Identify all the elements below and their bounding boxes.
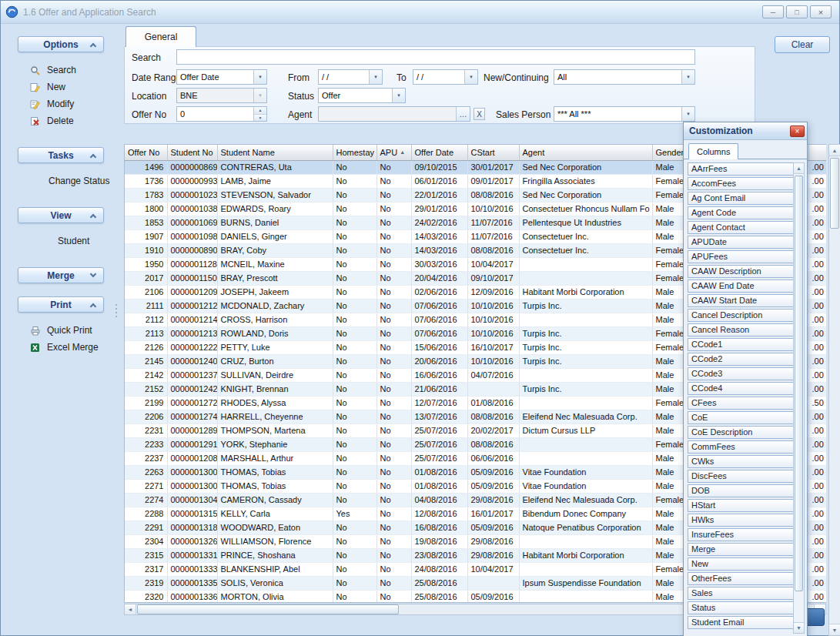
- options-group-header[interactable]: Options: [18, 36, 104, 52]
- chevron-down-icon[interactable]: ▼: [681, 70, 694, 84]
- customization-column-item[interactable]: CCode4: [688, 382, 794, 395]
- customization-column-item[interactable]: Agent Contact: [688, 221, 794, 234]
- chevron-down-icon[interactable]: ▼: [369, 70, 382, 84]
- clear-button[interactable]: Clear: [775, 36, 830, 53]
- customization-scrollbar[interactable]: ▲ ▼: [793, 162, 805, 634]
- sidebar-item-student[interactable]: Student: [7, 233, 116, 249]
- customization-column-item[interactable]: Student Email: [688, 616, 794, 629]
- grid-cell: 16/06/2016: [411, 368, 467, 382]
- offer-no-stepper[interactable]: 0 ▲ ▼: [176, 106, 267, 122]
- sidebar-item-delete[interactable]: Delete: [7, 112, 116, 129]
- agent-field[interactable]: …: [318, 106, 470, 122]
- agent-clear-button[interactable]: X: [474, 108, 485, 120]
- scroll-down-arrow[interactable]: ▼: [829, 624, 840, 635]
- close-window-button[interactable]: ×: [810, 5, 832, 18]
- scrollbar-thumb[interactable]: [830, 158, 839, 229]
- column-header-student-no[interactable]: Student No: [167, 145, 217, 160]
- customization-column-item[interactable]: CAAW End Date: [688, 280, 794, 293]
- minimize-button[interactable]: ─: [762, 5, 784, 18]
- column-header-homestay[interactable]: Homestay: [333, 145, 376, 160]
- scroll-left-arrow[interactable]: ◄: [125, 604, 136, 614]
- customization-column-item[interactable]: New: [688, 557, 794, 571]
- chevron-down-icon[interactable]: ▼: [253, 70, 266, 84]
- customization-column-item[interactable]: Sales: [688, 587, 794, 600]
- print-group-header[interactable]: Print: [18, 296, 104, 313]
- customization-column-item[interactable]: AArrFees: [688, 162, 794, 176]
- view-group-header[interactable]: View: [18, 207, 104, 223]
- customization-column-item[interactable]: CAAW Description: [688, 265, 794, 278]
- search-input[interactable]: [176, 49, 695, 65]
- customization-column-item[interactable]: CoE: [688, 411, 794, 424]
- customization-column-item[interactable]: CCode1: [688, 338, 794, 351]
- sidebar-item-search[interactable]: Search: [7, 62, 116, 79]
- new-continuing-select[interactable]: All ▼: [554, 69, 695, 85]
- column-header-student-name[interactable]: Student Name: [217, 145, 333, 160]
- customization-column-item[interactable]: Cancel Reason: [688, 323, 794, 336]
- customization-column-item[interactable]: Merge: [688, 543, 794, 556]
- maximize-button[interactable]: □: [786, 5, 808, 18]
- grid-cell: .00: [808, 423, 826, 437]
- title-bar[interactable]: 1.6 Offer and Application Search ─ □ ×: [1, 1, 839, 24]
- customization-column-item[interactable]: Cancel Description: [688, 309, 794, 322]
- scrollbar-thumb[interactable]: [795, 176, 803, 591]
- customization-column-item[interactable]: APUFees: [688, 250, 794, 263]
- merge-group-header[interactable]: Merge: [18, 267, 104, 283]
- column-header-offer-no[interactable]: Offer No: [125, 145, 167, 160]
- status-select[interactable]: Offer ▼: [318, 88, 406, 103]
- customization-column-item[interactable]: Ag Cont Email: [688, 192, 794, 205]
- scrollbar-thumb[interactable]: [137, 604, 399, 614]
- customization-column-item[interactable]: HStart: [688, 499, 794, 512]
- spin-up-icon[interactable]: ▲: [254, 107, 266, 115]
- chevron-down-icon[interactable]: ▼: [392, 89, 405, 102]
- customization-column-item[interactable]: CCode3: [688, 367, 794, 380]
- customization-column-item[interactable]: CWks: [688, 455, 794, 468]
- sidebar-item-modify[interactable]: Modify: [7, 95, 116, 112]
- customization-column-item[interactable]: CommFees: [688, 440, 794, 454]
- customization-title-bar[interactable]: Customization ×: [684, 122, 807, 140]
- grid-vertical-scrollbar[interactable]: ▲ ▼: [828, 144, 840, 636]
- column-header-offer-date[interactable]: Offer Date: [411, 145, 467, 160]
- column-header-cstart[interactable]: CStart: [467, 145, 519, 160]
- grid-cell: MCDONALD, Zachary: [217, 299, 333, 313]
- sales-person-select[interactable]: *** All *** ▼: [554, 106, 695, 122]
- spin-down-icon[interactable]: ▼: [254, 115, 266, 122]
- scroll-up-arrow[interactable]: ▲: [829, 145, 840, 156]
- column-header-apu[interactable]: APU▲: [376, 145, 411, 160]
- customization-close-button[interactable]: ×: [790, 126, 805, 137]
- customization-column-item[interactable]: InsureFees: [688, 528, 794, 541]
- from-date-select[interactable]: / / ▼: [318, 69, 383, 85]
- app-icon: [5, 5, 18, 18]
- sidebar-splitter[interactable]: [115, 304, 117, 317]
- customization-column-item[interactable]: OtherFees: [688, 572, 794, 585]
- chevron-down-icon[interactable]: ▼: [464, 70, 477, 84]
- customization-column-item[interactable]: CCode2: [688, 353, 794, 366]
- grid-cell: 16/01/2017: [467, 507, 519, 521]
- customization-column-item[interactable]: CAAW Start Date: [688, 294, 794, 307]
- customization-column-item[interactable]: AccomFees: [688, 177, 794, 190]
- column-header-agent[interactable]: Agent: [519, 145, 652, 160]
- tasks-group-header[interactable]: Tasks: [18, 147, 104, 163]
- customization-column-item[interactable]: DOB: [688, 484, 794, 497]
- customization-column-item[interactable]: Status: [688, 601, 794, 614]
- sidebar-item-excel-merge[interactable]: Excel Merge: [7, 339, 116, 356]
- date-range-select[interactable]: Offer Date ▼: [176, 69, 267, 85]
- customization-column-item[interactable]: Agent Code: [688, 206, 794, 219]
- agent-browse-button[interactable]: …: [456, 107, 470, 121]
- grid-cell: No: [333, 562, 376, 576]
- chevron-down-icon[interactable]: ▼: [681, 107, 694, 121]
- customization-column-item[interactable]: APUDate: [688, 236, 794, 249]
- tab-columns[interactable]: Columns: [688, 143, 738, 159]
- customization-column-item[interactable]: DiscFees: [688, 470, 794, 483]
- customization-column-item[interactable]: HWks: [688, 514, 794, 527]
- sidebar-item-quick-print[interactable]: Quick Print: [7, 322, 116, 339]
- customization-column-item[interactable]: CoE Description: [688, 426, 794, 439]
- tab-general[interactable]: General: [125, 26, 196, 47]
- scroll-down-arrow[interactable]: ▼: [794, 622, 804, 633]
- customization-column-item[interactable]: CFees: [688, 397, 794, 410]
- sidebar-item-change-status[interactable]: Change Status: [7, 172, 116, 189]
- scroll-up-arrow[interactable]: ▲: [794, 163, 804, 174]
- grid-cell: 01/08/2016: [411, 465, 467, 479]
- sidebar-item-new[interactable]: New: [7, 79, 116, 95]
- location-select[interactable]: BNE ▼: [176, 88, 267, 103]
- to-date-select[interactable]: / / ▼: [413, 69, 478, 85]
